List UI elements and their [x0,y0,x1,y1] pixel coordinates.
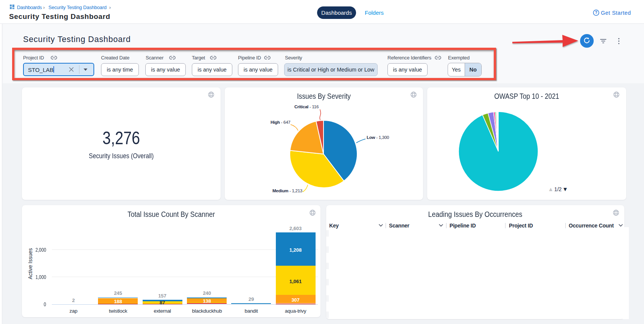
svg-text:?: ? [595,11,597,15]
